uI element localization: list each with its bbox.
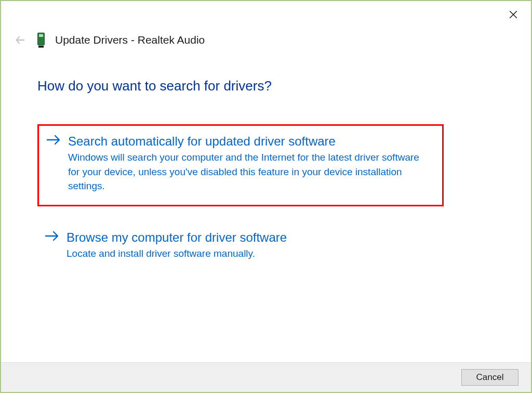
- dialog-title: Update Drivers - Realtek Audio: [55, 34, 205, 46]
- close-button[interactable]: [507, 8, 520, 21]
- option-title: Search automatically for updated driver …: [68, 133, 433, 149]
- cancel-button[interactable]: Cancel: [461, 369, 518, 386]
- back-button: [14, 33, 27, 47]
- option-title: Browse my computer for driver software: [66, 229, 434, 245]
- option-description: Locate and install driver software manua…: [66, 246, 434, 261]
- arrow-right-icon: [45, 230, 59, 245]
- close-icon: [509, 10, 518, 19]
- option-description: Windows will search your computer and th…: [68, 150, 433, 193]
- svg-rect-3: [39, 34, 43, 36]
- arrow-right-icon: [46, 134, 61, 149]
- page-heading: How do you want to search for drivers?: [37, 78, 495, 94]
- dialog-header: Update Drivers - Realtek Audio: [1, 1, 531, 47]
- option-browse-computer[interactable]: Browse my computer for driver software L…: [37, 222, 444, 272]
- option-search-automatically[interactable]: Search automatically for updated driver …: [37, 124, 444, 206]
- arrow-left-icon: [15, 34, 26, 46]
- device-icon: [36, 33, 46, 47]
- dialog-footer: Cancel: [1, 362, 531, 392]
